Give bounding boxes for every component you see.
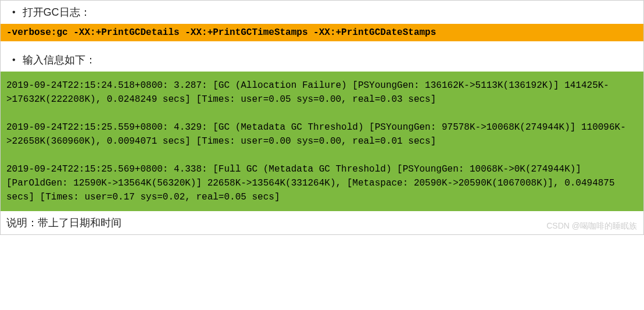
watermark: CSDN @喝咖啡的睡眠族 <box>546 221 637 231</box>
document-container: • 打开GC日志： -verbose:gc -XX:+PrintGCDetail… <box>0 0 644 235</box>
code-block-gc-output: 2019-09-24T22:15:24.518+0800: 3.287: [GC… <box>1 72 643 211</box>
spacer <box>1 41 643 48</box>
bullet-icon: • <box>12 7 16 17</box>
bullet-icon: • <box>12 55 16 65</box>
section2-header: • 输入信息如下： <box>1 48 643 72</box>
section1-header: • 打开GC日志： <box>1 1 643 24</box>
section2-title: 输入信息如下： <box>23 53 96 67</box>
code-block-gc-flags: -verbose:gc -XX:+PrintGCDetails -XX:+Pri… <box>1 24 643 41</box>
section1-title: 打开GC日志： <box>23 5 91 19</box>
